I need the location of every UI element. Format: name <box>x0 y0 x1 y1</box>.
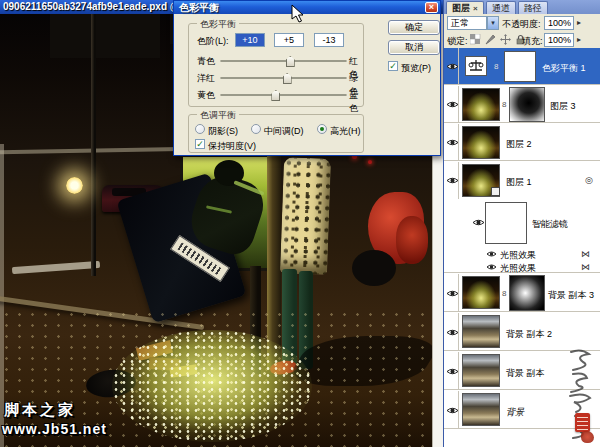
street-lamp-light <box>66 177 83 194</box>
filter-effect-row[interactable]: 光照效果 ⋈ <box>444 260 600 273</box>
lock-fill-row: 锁定: 填充: 100% ▸ <box>444 31 600 48</box>
link-icon[interactable]: 8 <box>502 289 506 298</box>
eye-icon[interactable] <box>486 250 497 258</box>
tab-channels[interactable]: 通道 <box>486 1 516 14</box>
highlights-radio-label: 高光(H) <box>330 125 361 138</box>
layer-name[interactable]: 背景 副本 2 <box>506 328 552 341</box>
eye-icon[interactable] <box>446 367 459 376</box>
preview-label: 预览(P) <box>401 62 431 75</box>
filter-blend-options-icon[interactable]: ⋈ <box>581 249 590 259</box>
layer-row-color-balance[interactable]: 8 色彩平衡 1 <box>444 48 600 85</box>
building-silhouette <box>50 14 160 58</box>
eye-icon[interactable] <box>472 218 485 227</box>
opacity-slider-arrow-icon[interactable]: ▸ <box>577 18 581 27</box>
tab-close-icon[interactable]: × <box>473 4 478 13</box>
fill-input[interactable]: 100% <box>544 33 574 47</box>
layer-thumbnail[interactable] <box>462 276 500 309</box>
layer-name[interactable]: 背景 <box>506 406 524 419</box>
eye-icon[interactable] <box>446 289 459 298</box>
midtones-radio-label: 中间调(D) <box>264 125 304 138</box>
layer-name[interactable]: 图层 1 <box>506 176 532 189</box>
eye-cell[interactable] <box>444 391 459 428</box>
eye-icon[interactable] <box>446 328 459 337</box>
blend-mode-select[interactable]: 正常 <box>447 16 487 30</box>
adjustment-layer-icon[interactable] <box>465 56 487 76</box>
layer-mask-thumbnail[interactable] <box>504 51 536 82</box>
eye-cell[interactable] <box>444 274 459 311</box>
opacity-input[interactable]: 100% <box>544 16 574 30</box>
layer-thumbnail[interactable] <box>462 393 500 426</box>
layer-name[interactable]: 图层 2 <box>506 138 532 151</box>
layer-thumbnail[interactable] <box>462 88 500 121</box>
eye-icon[interactable] <box>446 100 459 109</box>
lock-transparency-icon[interactable] <box>470 34 481 45</box>
eye-cell[interactable] <box>444 48 459 84</box>
tail-light <box>368 160 372 164</box>
eye-icon[interactable] <box>446 176 459 185</box>
layer-name[interactable]: 背景 副本 3 <box>548 289 594 302</box>
layer-name[interactable]: 图层 3 <box>550 100 576 113</box>
layer-name[interactable]: 背景 副本 <box>506 367 545 380</box>
link-icon[interactable]: 8 <box>494 62 498 71</box>
smart-filters-row[interactable]: 智能滤镜 <box>444 200 600 247</box>
level-input-3[interactable]: -13 <box>314 33 344 47</box>
lock-paint-icon[interactable] <box>485 34 496 45</box>
tab-layers[interactable]: 图层× <box>446 1 484 14</box>
red-seal-mark <box>581 431 594 443</box>
preview-checkbox[interactable]: ✓ <box>388 61 398 71</box>
blend-opacity-row: 正常 ▾ 不透明度: 100% ▸ <box>444 14 600 31</box>
layer-row[interactable]: 背景 副本 2 <box>444 313 600 351</box>
eye-icon[interactable] <box>446 138 459 147</box>
layer-row[interactable]: 8 背景 副本 3 <box>444 274 600 312</box>
dialog-titlebar[interactable]: 色彩平衡 <box>174 1 440 14</box>
fill-label: 填充: <box>522 35 543 48</box>
layer-thumbnail[interactable] <box>462 354 500 387</box>
slider-thumb[interactable] <box>283 73 292 84</box>
layer-mask-thumbnail[interactable] <box>509 87 545 122</box>
magenta-green-slider[interactable] <box>220 77 347 79</box>
chevron-down-icon[interactable]: ▾ <box>487 16 499 30</box>
cyan-red-slider[interactable] <box>220 60 347 62</box>
layer-row[interactable]: 图层 2 <box>444 124 600 161</box>
layer-row-smart-object[interactable]: 图层 1 ◎ <box>444 162 600 199</box>
eye-icon[interactable] <box>486 263 497 271</box>
yellow-blue-slider[interactable] <box>220 94 347 96</box>
shadows-radio[interactable] <box>195 124 205 134</box>
tone-balance-group: 色调平衡 阴影(S) 中间调(D) 高光(H) ✓ 保持明度(V) <box>188 114 364 153</box>
keep-luminosity-label: 保持明度(V) <box>208 140 256 153</box>
link-icon[interactable]: 8 <box>502 100 506 109</box>
layer-mask-thumbnail[interactable] <box>509 275 545 311</box>
midtones-radio[interactable] <box>251 124 261 134</box>
eye-cell[interactable] <box>444 124 459 160</box>
eye-cell[interactable] <box>444 162 459 199</box>
slider-thumb[interactable] <box>271 90 280 101</box>
layer-thumbnail[interactable] <box>462 126 500 159</box>
keep-luminosity-checkbox[interactable]: ✓ <box>195 139 205 149</box>
layer-thumbnail[interactable] <box>462 315 500 348</box>
smart-filters-label[interactable]: 智能滤镜 <box>532 218 568 231</box>
eye-icon[interactable] <box>446 406 459 415</box>
dialog-close-button[interactable]: × <box>425 2 438 13</box>
filter-blend-options-icon[interactable]: ⋈ <box>581 262 590 272</box>
panel-tabbar: 图层× 通道 路径 <box>444 0 600 14</box>
level-input-2[interactable]: +5 <box>274 33 304 47</box>
smart-filter-indicator-icon[interactable]: ◎ <box>585 175 593 185</box>
level-input-1[interactable]: +10 <box>235 33 265 47</box>
eye-cell[interactable] <box>444 352 459 389</box>
eye-cell[interactable] <box>444 86 459 122</box>
slider-thumb[interactable] <box>286 56 295 67</box>
highlights-radio[interactable] <box>317 124 327 134</box>
layer-name[interactable]: 色彩平衡 1 <box>542 62 586 75</box>
cancel-button[interactable]: 取消 <box>388 40 440 55</box>
group-title: 色彩平衡 <box>197 18 239 31</box>
filter-effect-row[interactable]: 光照效果 ⋈ <box>444 247 600 260</box>
fill-slider-arrow-icon[interactable]: ▸ <box>577 35 581 44</box>
eye-cell[interactable] <box>444 313 459 350</box>
glowing-ground-patch <box>112 330 312 442</box>
tab-paths[interactable]: 路径 <box>518 1 548 14</box>
layer-row[interactable]: 8 图层 3 <box>444 86 600 123</box>
eye-icon[interactable] <box>446 62 459 71</box>
ok-button[interactable]: 确定 <box>388 20 440 35</box>
filter-mask-thumbnail[interactable] <box>485 202 527 244</box>
lock-move-icon[interactable] <box>500 34 511 45</box>
